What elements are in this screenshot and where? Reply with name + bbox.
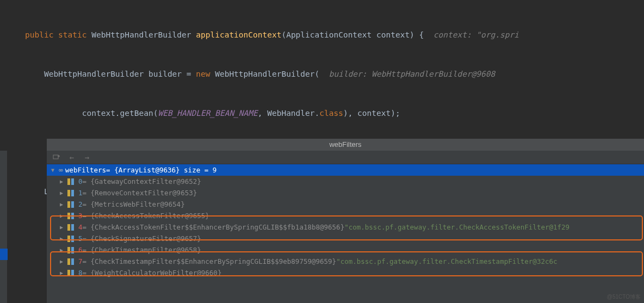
item-index: 1: [78, 187, 83, 199]
expand-arrow-icon[interactable]: [60, 199, 67, 210]
root-value: = {ArrayList@9636} size = 9: [106, 164, 216, 176]
expand-arrow-icon[interactable]: [60, 176, 67, 187]
tree-row[interactable]: 5 = {CheckSignatureFilter@9657}: [47, 233, 644, 244]
expand-arrow-icon[interactable]: [51, 164, 59, 176]
item-value: = {CheckTimestampFilter@9658}: [83, 244, 201, 256]
left-gutter: [0, 151, 8, 303]
root-name: webFilters: [65, 164, 106, 176]
svg-rect-0: [53, 155, 58, 159]
debug-tree[interactable]: ∞ webFilters = {ArrayList@9636} size = 9…: [47, 164, 644, 279]
field-icon: [67, 247, 75, 253]
item-value: = {RemoveContextFilter@9653}: [83, 187, 197, 199]
item-value: = {CheckTimestampFilter$$EnhancerBySprin…: [83, 256, 337, 267]
expand-arrow-icon[interactable]: [60, 244, 67, 256]
item-value: = {CheckSignatureFilter@9657}: [83, 233, 201, 244]
forward-icon[interactable]: →: [83, 153, 91, 162]
tree-row[interactable]: 0 = {GatewayContextFilter@9652}: [47, 176, 644, 187]
tree-row[interactable]: 1 = {RemoveContextFilter@9653}: [47, 187, 644, 199]
tree-row[interactable]: 2 = {MetricsWebFilter@9654}: [47, 199, 644, 210]
code-line-2: WebHttpHandlerBuilder builder = new WebH…: [0, 67, 644, 81]
field-icon: [67, 224, 75, 231]
gutter-selection: [0, 249, 8, 260]
tree-row[interactable]: 6 = {CheckTimestampFilter@9658}: [47, 244, 644, 256]
tree-row[interactable]: 8 = {WeightCalculatorWebFilter@9660}: [47, 267, 644, 279]
tree-row[interactable]: 4 = {CheckAccessTokenFilter$$EnhancerByS…: [47, 221, 644, 233]
tree-row[interactable]: 7 = {CheckTimestampFilter$$EnhancerBySpr…: [47, 256, 644, 267]
item-index: 6: [78, 244, 83, 256]
item-value: = {CheckAccessTokenFilter@9655}: [83, 210, 209, 221]
debug-toolbar: ← →: [47, 151, 644, 164]
expand-arrow-icon[interactable]: [60, 256, 67, 267]
expand-arrow-icon[interactable]: [60, 210, 67, 221]
item-index: 5: [78, 233, 83, 244]
tree-root-row[interactable]: ∞ webFilters = {ArrayList@9636} size = 9: [47, 164, 644, 176]
field-icon: [67, 213, 75, 219]
item-index: 4: [78, 221, 83, 233]
code-line-3: context.getBean(WEB_HANDLER_BEAN_NAME, W…: [0, 107, 644, 120]
watch-icon: ∞: [59, 164, 63, 176]
field-icon: [67, 236, 75, 242]
watermark: @51CTO博客: [607, 293, 641, 301]
back-icon[interactable]: ←: [67, 153, 76, 162]
item-value: = {WeightCalculatorWebFilter@9660}: [83, 267, 222, 279]
expand-arrow-icon[interactable]: [60, 233, 67, 244]
item-index: 3: [78, 210, 83, 221]
expand-arrow-icon[interactable]: [60, 267, 67, 279]
field-icon: [67, 178, 75, 185]
field-icon: [67, 190, 75, 196]
new-watch-icon[interactable]: [52, 153, 61, 162]
item-value: = {MetricsWebFilter@9654}: [83, 199, 185, 210]
code-line-1: public static WebHttpHandlerBuilder appl…: [0, 28, 644, 41]
item-string: "com.bssc.pf.gateway.filter.CheckAccessT…: [344, 221, 569, 233]
expand-arrow-icon[interactable]: [60, 221, 67, 233]
item-index: 0: [78, 176, 83, 187]
item-string: "com.bssc.pf.gateway.filter.CheckTimesta…: [336, 256, 557, 267]
item-index: 2: [78, 199, 83, 210]
item-index: 7: [78, 256, 83, 267]
item-index: 8: [78, 267, 83, 279]
debug-panel: webFilters ← → ∞ webFilters = {ArrayList…: [47, 139, 644, 303]
field-icon: [67, 201, 75, 208]
field-icon: [67, 258, 75, 265]
item-value: = {GatewayContextFilter@9652}: [83, 176, 201, 187]
tree-row[interactable]: 3 = {CheckAccessTokenFilter@9655}: [47, 210, 644, 221]
expand-arrow-icon[interactable]: [60, 187, 67, 199]
debug-panel-title: webFilters: [47, 139, 644, 151]
item-value: = {CheckAccessTokenFilter$$EnhancerBySpr…: [83, 221, 345, 233]
field-icon: [67, 270, 75, 276]
